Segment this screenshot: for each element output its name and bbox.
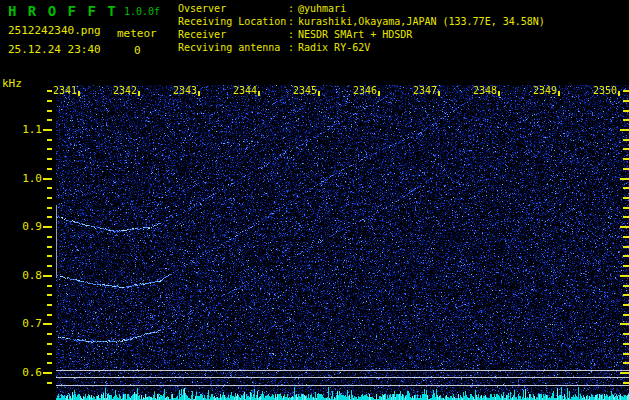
time-tick: [258, 91, 260, 96]
freq-tick: [47, 255, 52, 257]
freq-tick-right: [620, 226, 629, 228]
freq-tick-right: [623, 353, 629, 355]
time-tick-label: 2343: [170, 86, 200, 96]
freq-tick-label: 1.1: [14, 123, 42, 136]
freq-tick-right: [623, 119, 629, 121]
freq-tick-right: [623, 216, 629, 218]
freq-tick: [47, 148, 52, 150]
freq-tick: [43, 275, 52, 277]
freq-tick-label: 0.8: [14, 269, 42, 282]
mode-label: meteor: [117, 27, 157, 40]
info-label: Receiving Location: [178, 15, 288, 28]
freq-tick: [47, 100, 52, 102]
meteor-count: 0: [134, 44, 141, 57]
freq-tick-right: [623, 343, 629, 345]
freq-tick-right: [623, 285, 629, 287]
info-label: Recviving antenna: [178, 41, 288, 54]
freq-tick-right: [623, 187, 629, 189]
freq-tick-right: [620, 275, 629, 277]
info-row-location: Receiving Location:kurashiki,Okayama,JAP…: [178, 15, 545, 28]
app-title: H R O F F T: [8, 3, 117, 19]
freq-tick: [47, 333, 52, 335]
freq-tick-right: [623, 197, 629, 199]
time-tick: [138, 91, 140, 96]
time-tick-label: 2341: [50, 86, 80, 96]
info-label: Ovserver: [178, 2, 288, 15]
freq-tick: [47, 362, 52, 364]
time-tick: [618, 91, 620, 96]
info-row-receiver: Receiver:NESDR SMArt + HDSDR: [178, 28, 545, 41]
time-tick-label: 2344: [230, 86, 260, 96]
info-value: NESDR SMArt + HDSDR: [298, 29, 412, 40]
freq-tick: [47, 158, 52, 160]
info-value: @yuhmari: [298, 3, 346, 14]
freq-tick: [47, 168, 52, 170]
freq-tick-right: [623, 382, 629, 384]
freq-tick: [47, 294, 52, 296]
datetime-label: 25.12.24 23:40: [8, 43, 101, 56]
freq-tick: [47, 119, 52, 121]
freq-tick-right: [623, 314, 629, 316]
time-tick: [318, 91, 320, 96]
freq-tick-right: [623, 255, 629, 257]
freq-tick-right: [623, 168, 629, 170]
freq-tick-right: [620, 129, 629, 131]
freq-tick-right: [623, 148, 629, 150]
freq-tick: [43, 323, 52, 325]
freq-tick: [47, 353, 52, 355]
freq-tick-right: [623, 333, 629, 335]
freq-tick: [47, 187, 52, 189]
freq-tick-right: [623, 90, 629, 92]
time-tick: [198, 91, 200, 96]
info-separator: :: [288, 2, 298, 15]
time-tick-label: 2345: [290, 86, 320, 96]
info-separator: :: [288, 28, 298, 41]
app-version: 1.0.0f: [124, 6, 160, 17]
freq-tick-right: [623, 158, 629, 160]
hrofft-window: H R O F F T 1.0.0f 2512242340.png meteor…: [0, 0, 629, 400]
info-separator: :: [288, 15, 298, 28]
freq-tick: [47, 139, 52, 141]
info-value: kurashiki,Okayama,JAPAN (133.77E, 34.58N…: [298, 16, 545, 27]
freq-tick-right: [623, 246, 629, 248]
spectrogram-canvas: [56, 85, 629, 400]
freq-tick: [47, 236, 52, 238]
freq-tick-right: [620, 372, 629, 374]
freq-tick: [47, 304, 52, 306]
station-info: Ovserver:@yuhmari Receiving Location:kur…: [178, 2, 545, 54]
freq-tick: [47, 382, 52, 384]
freq-tick-right: [623, 362, 629, 364]
freq-tick: [43, 178, 52, 180]
freq-tick: [47, 197, 52, 199]
freq-tick: [47, 216, 52, 218]
time-tick: [378, 91, 380, 96]
freq-tick-right: [623, 139, 629, 141]
freq-tick: [47, 207, 52, 209]
time-tick-label: 2349: [530, 86, 560, 96]
freq-tick: [47, 314, 52, 316]
freq-tick: [43, 129, 52, 131]
time-tick: [498, 91, 500, 96]
freq-tick-right: [623, 304, 629, 306]
freq-tick-right: [623, 100, 629, 102]
freq-tick: [47, 285, 52, 287]
freq-tick-label: 0.6: [14, 366, 42, 379]
freq-tick: [47, 265, 52, 267]
info-label: Receiver: [178, 28, 288, 41]
freq-tick-label: 0.9: [14, 220, 42, 233]
info-row-observer: Ovserver:@yuhmari: [178, 2, 545, 15]
freq-tick: [47, 110, 52, 112]
time-tick: [558, 91, 560, 96]
freq-tick-right: [623, 236, 629, 238]
freq-tick-label: 1.0: [14, 172, 42, 185]
freq-tick-right: [623, 265, 629, 267]
freq-tick: [43, 372, 52, 374]
info-separator: :: [288, 41, 298, 54]
freq-tick-right: [623, 207, 629, 209]
info-value: Radix RY-62V: [298, 42, 370, 53]
freq-tick-label: 0.7: [14, 317, 42, 330]
freq-tick: [47, 246, 52, 248]
time-tick-label: 2346: [350, 86, 380, 96]
freq-unit-label: kHz: [2, 77, 22, 90]
freq-tick-right: [620, 178, 629, 180]
